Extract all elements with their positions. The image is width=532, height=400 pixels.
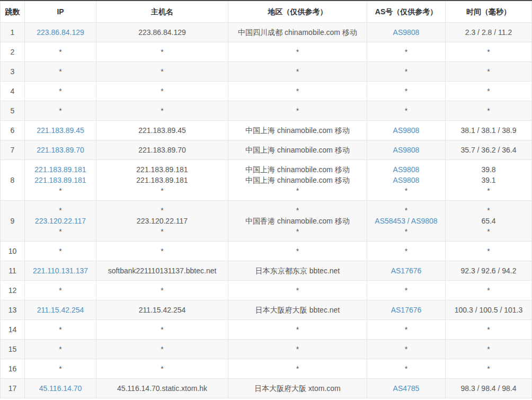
ip-text: * xyxy=(27,324,94,335)
ip-text: * xyxy=(27,185,94,196)
ip-cell: 221.183.89.45 xyxy=(25,121,96,140)
latency-cell: 35.7 / 36.2 / 36.4 xyxy=(446,140,532,160)
region-cell: * xyxy=(228,42,367,62)
as-number-link[interactable]: AS4785 xyxy=(369,383,443,394)
table-row: 10***** xyxy=(1,242,532,261)
ip-link[interactable]: 221.183.89.181 xyxy=(27,164,94,175)
latency-cell: 38.1 / 38.1 / 38.9 xyxy=(446,121,532,140)
col-header-latency: 时间（毫秒） xyxy=(446,1,532,23)
ip-cell: 221.183.89.70 xyxy=(25,140,96,160)
hop-number: 16 xyxy=(1,359,25,379)
as-number-text: * xyxy=(369,47,443,57)
col-header-hostname: 主机名 xyxy=(96,1,228,23)
hostname-cell: *223.120.22.117* xyxy=(96,201,228,242)
latency-text: * xyxy=(448,185,529,196)
as-number-cell: * xyxy=(367,320,446,340)
ip-link[interactable]: 211.15.42.254 xyxy=(27,305,94,315)
hostname-text: 221.183.89.45 xyxy=(99,125,226,136)
table-row: 12***** xyxy=(1,281,532,300)
ip-cell: * xyxy=(25,242,96,261)
ip-cell: * xyxy=(25,320,96,340)
region-text: * xyxy=(230,285,365,296)
hostname-cell: * xyxy=(96,359,228,379)
hop-number: 14 xyxy=(1,320,25,340)
hostname-text: * xyxy=(99,226,226,237)
ip-link[interactable]: 221.183.89.70 xyxy=(27,145,94,155)
latency-cell: * xyxy=(446,101,532,121)
latency-cell: 2.3 / 2.8 / 11.2 xyxy=(446,23,532,42)
as-number-link[interactable]: AS9808 xyxy=(369,145,443,155)
table-row: 2***** xyxy=(1,42,532,62)
as-number-link[interactable]: AS58453 / AS9808 xyxy=(369,216,443,226)
as-number-cell: AS17676 xyxy=(367,261,446,281)
hostname-text: * xyxy=(99,344,226,354)
hostname-text: * xyxy=(99,285,226,296)
table-row: 6221.183.89.45221.183.89.45中国上海 chinamob… xyxy=(1,121,532,140)
region-cell: 中国上海 chinamobile.com 移动中国上海 chinamobile.… xyxy=(228,160,367,201)
ip-text: * xyxy=(27,66,94,77)
ip-cell: 223.86.84.129 xyxy=(25,23,96,42)
latency-cell: * xyxy=(446,340,532,359)
hostname-cell: * xyxy=(96,101,228,121)
latency-text: * xyxy=(448,47,529,57)
region-cell: * xyxy=(228,281,367,300)
ip-link[interactable]: 223.86.84.129 xyxy=(27,27,94,38)
region-text: 中国上海 chinamobile.com 移动 xyxy=(230,125,365,136)
hostname-cell: * xyxy=(96,281,228,300)
as-number-link[interactable]: AS17676 xyxy=(369,305,443,315)
region-cell: 日本大阪府大阪 bbtec.net xyxy=(228,300,367,320)
hop-number: 8 xyxy=(1,160,25,201)
as-number-link[interactable]: AS17676 xyxy=(369,265,443,276)
region-cell: * xyxy=(228,320,367,340)
region-text: 中国上海 chinamobile.com 移动 xyxy=(230,164,365,175)
hostname-text: * xyxy=(99,363,226,374)
as-number-cell: * xyxy=(367,340,446,359)
ip-text: * xyxy=(27,86,94,96)
latency-text: 65.4 xyxy=(448,216,529,226)
region-text: 日本大阪府大阪 xtom.com xyxy=(230,383,365,394)
table-row: 15***** xyxy=(1,340,532,359)
hostname-text: 221.183.89.181 xyxy=(99,175,226,185)
hop-number: 10 xyxy=(1,242,25,261)
as-number-text: * xyxy=(369,66,443,77)
ip-link[interactable]: 221.183.89.181 xyxy=(27,175,94,185)
hop-number: 15 xyxy=(1,340,25,359)
hostname-cell: * xyxy=(96,62,228,82)
as-number-link[interactable]: AS9808 xyxy=(369,125,443,136)
as-number-text: * xyxy=(369,363,443,374)
ip-link[interactable]: 223.120.22.117 xyxy=(27,216,94,226)
latency-text: * xyxy=(448,285,529,296)
hostname-cell: * xyxy=(96,320,228,340)
ip-text: * xyxy=(27,105,94,116)
hop-number: 11 xyxy=(1,261,25,281)
ip-cell: 221.183.89.181221.183.89.181* xyxy=(25,160,96,201)
ip-link[interactable]: 221.110.131.137 xyxy=(27,265,94,276)
latency-text: * xyxy=(448,363,529,374)
region-cell: 中国上海 chinamobile.com 移动 xyxy=(228,121,367,140)
latency-cell: 39.839.1* xyxy=(446,160,532,201)
as-number-text: * xyxy=(369,105,443,116)
hostname-text: * xyxy=(99,105,226,116)
region-text: 日本东京都东京 bbtec.net xyxy=(230,265,365,276)
hop-number: 17 xyxy=(1,379,25,398)
hostname-text: 211.15.42.254 xyxy=(99,305,226,315)
latency-text: 98.3 / 98.4 / 98.4 xyxy=(448,383,529,394)
ip-link[interactable]: 45.116.14.70 xyxy=(27,383,94,394)
hostname-cell: 223.86.84.129 xyxy=(96,23,228,42)
as-number-link[interactable]: AS9808 xyxy=(369,164,443,175)
ip-cell: * xyxy=(25,42,96,62)
table-row: 9*223.120.22.117**223.120.22.117**中国香港 c… xyxy=(1,201,532,242)
as-number-link[interactable]: AS9808 xyxy=(369,27,443,38)
table-row: 5***** xyxy=(1,101,532,121)
as-number-link[interactable]: AS9808 xyxy=(369,175,443,185)
latency-text: 39.1 xyxy=(448,175,529,185)
latency-cell: *65.4* xyxy=(446,201,532,242)
ip-link[interactable]: 221.183.89.45 xyxy=(27,125,94,136)
latency-cell: 98.3 / 98.4 / 98.4 xyxy=(446,379,532,398)
ip-cell: * xyxy=(25,359,96,379)
latency-cell: * xyxy=(446,281,532,300)
hostname-text: * xyxy=(99,185,226,196)
region-cell: * xyxy=(228,62,367,82)
col-header-as-number: AS号（仅供参考） xyxy=(367,1,446,23)
as-number-cell: AS4785 xyxy=(367,379,446,398)
